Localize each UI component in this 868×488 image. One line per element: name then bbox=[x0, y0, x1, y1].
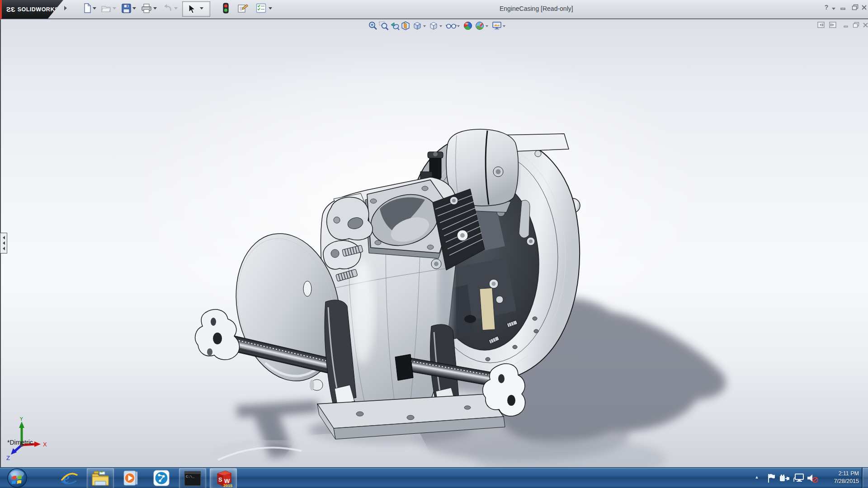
internet-explorer-icon: e bbox=[60, 469, 78, 487]
start-button[interactable] bbox=[6, 468, 28, 488]
taskbar-clock[interactable]: 2:11 PM 7/28/2015 bbox=[824, 470, 859, 485]
taskbar-media-player[interactable] bbox=[118, 468, 144, 488]
solidworks-2015-icon: S W 2015 bbox=[214, 469, 233, 488]
collapse-arrow-icon bbox=[1, 247, 5, 250]
featuremanager-collapsed-tab[interactable] bbox=[0, 233, 7, 253]
doc-restore-icon bbox=[853, 22, 859, 28]
doc-close-icon bbox=[863, 22, 868, 28]
network-icon[interactable] bbox=[793, 474, 805, 483]
pane-right-icon bbox=[829, 21, 836, 28]
share-network-icon bbox=[153, 469, 170, 487]
taskbar-windows-explorer[interactable] bbox=[87, 468, 114, 488]
svg-text:C:\_: C:\_ bbox=[186, 474, 194, 479]
show-hidden-icons-button[interactable]: ▲ bbox=[753, 475, 760, 481]
section-view-icon bbox=[401, 21, 410, 31]
previous-view-button[interactable] bbox=[390, 21, 401, 32]
windows-taskbar: e bbox=[0, 467, 868, 488]
display-style-icon bbox=[429, 21, 439, 31]
zoom-to-area-icon bbox=[379, 21, 389, 31]
edit-appearance-button[interactable] bbox=[463, 21, 474, 32]
svg-text:S: S bbox=[218, 476, 222, 483]
headsup-view-toolbar bbox=[1, 19, 868, 34]
triad-z-label: Z bbox=[6, 455, 10, 461]
triad-x-label: X bbox=[43, 441, 47, 448]
taskbar-solidworks-2015[interactable]: S W 2015 bbox=[210, 468, 237, 488]
display-style-button[interactable] bbox=[429, 21, 439, 32]
apply-scene-caret[interactable] bbox=[486, 25, 488, 28]
media-player-icon bbox=[122, 469, 139, 487]
collapse-arrow-icon bbox=[1, 241, 5, 245]
eyeglasses-icon bbox=[446, 21, 457, 31]
doc-minimize-button[interactable] bbox=[842, 21, 850, 28]
doc-close-button[interactable] bbox=[862, 21, 868, 28]
previous-view-icon bbox=[390, 21, 400, 31]
view-orientation-label: *Dimetric bbox=[7, 439, 33, 446]
taskbar-messenger-app[interactable] bbox=[148, 468, 175, 488]
svg-text:2015: 2015 bbox=[223, 483, 232, 488]
solidworks-window: ЗS SOLIDWORKS bbox=[0, 0, 868, 488]
graphics-viewport[interactable]: Y X Z *Dimetric bbox=[0, 19, 868, 467]
clock-time: 2:11 PM bbox=[824, 470, 859, 478]
zoom-to-fit-button[interactable] bbox=[368, 21, 379, 32]
section-view-button[interactable] bbox=[401, 21, 411, 32]
clock-date: 7/28/2015 bbox=[824, 478, 859, 485]
taskbar-command-prompt[interactable]: C:\_ bbox=[179, 468, 206, 488]
display-style-caret[interactable] bbox=[439, 25, 442, 28]
volume-muted-icon[interactable] bbox=[807, 473, 818, 483]
collapse-arrow-icon bbox=[1, 236, 5, 239]
hide-show-items-button[interactable] bbox=[446, 21, 457, 32]
triad-y-label: Y bbox=[19, 417, 24, 422]
view-orientation-icon bbox=[412, 21, 422, 31]
view-settings-button[interactable] bbox=[492, 21, 503, 32]
command-prompt-icon: C:\_ bbox=[184, 471, 201, 486]
collapse-pane-left-button[interactable] bbox=[817, 21, 825, 28]
apply-scene-button[interactable] bbox=[475, 21, 486, 32]
doc-minimize-icon bbox=[843, 22, 849, 28]
collapse-pane-right-button[interactable] bbox=[829, 21, 836, 28]
engine-casing-model bbox=[1, 0, 868, 488]
view-settings-icon bbox=[492, 21, 502, 31]
doc-restore-button[interactable] bbox=[852, 21, 860, 28]
hide-show-items-caret[interactable] bbox=[457, 25, 460, 28]
action-center-flag-icon[interactable] bbox=[767, 473, 776, 483]
view-orientation-caret[interactable] bbox=[423, 25, 426, 28]
power-plug-icon[interactable] bbox=[779, 474, 790, 483]
view-orientation-button[interactable] bbox=[412, 21, 423, 32]
apply-scene-icon bbox=[475, 21, 485, 31]
disc-hole bbox=[303, 281, 311, 296]
pane-left-icon bbox=[817, 21, 825, 28]
zoom-to-area-button[interactable] bbox=[379, 21, 390, 32]
folder-icon bbox=[91, 470, 109, 487]
windows-start-orb-icon bbox=[6, 468, 28, 488]
zoom-to-fit-icon bbox=[368, 21, 378, 31]
taskbar-internet-explorer[interactable]: e bbox=[56, 468, 82, 488]
show-desktop-button[interactable] bbox=[862, 468, 868, 488]
view-settings-caret[interactable] bbox=[503, 25, 505, 28]
appearance-ball-icon bbox=[463, 21, 473, 31]
